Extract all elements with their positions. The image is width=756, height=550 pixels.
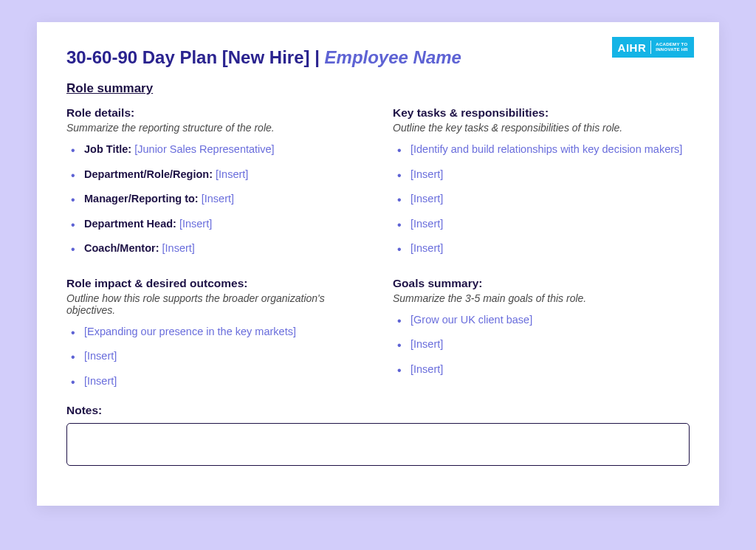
list-item: Job Title: [Junior Sales Representative] bbox=[84, 142, 363, 157]
item-label: Manager/Reporting to: bbox=[84, 193, 202, 204]
list-item: [Insert] bbox=[410, 241, 690, 256]
col-key-tasks: Key tasks & responsibilities: Outline th… bbox=[393, 106, 690, 267]
list-item: [Insert] bbox=[84, 349, 363, 364]
title-employee-name: Employee Name bbox=[325, 47, 461, 67]
logo-subtext: ACADEMY TO INNOVATE HR bbox=[656, 42, 688, 52]
list-item: [Insert] bbox=[410, 337, 690, 352]
role-impact-heading: Role impact & desired outcomes: bbox=[66, 277, 363, 290]
item-value: [Insert] bbox=[202, 193, 234, 204]
page-title: 30-60-90 Day Plan [New Hire] | Employee … bbox=[66, 47, 690, 68]
role-impact-desc: Outline how this role supports the broad… bbox=[66, 292, 363, 316]
key-tasks-heading: Key tasks & responsibilities: bbox=[393, 106, 690, 120]
list-item: [Insert] bbox=[410, 217, 690, 232]
list-item: [Insert] bbox=[410, 362, 690, 377]
list-item: [Insert] bbox=[410, 168, 690, 182]
col-goals: Goals summary: Summarize the 3-5 main go… bbox=[393, 277, 690, 399]
list-item: [Expanding our presence in the key marke… bbox=[84, 325, 363, 340]
list-item: Manager/Reporting to: [Insert] bbox=[84, 192, 363, 207]
goals-list: [Grow our UK client base] [Insert] [Inse… bbox=[393, 313, 690, 377]
brand-logo: AIHR ACADEMY TO INNOVATE HR bbox=[612, 37, 694, 58]
notes-heading: Notes: bbox=[66, 404, 690, 417]
role-details-desc: Summarize the reporting structure of the… bbox=[66, 122, 363, 134]
item-label: Coach/Mentor: bbox=[84, 242, 162, 254]
list-item: Department Head: [Insert] bbox=[84, 217, 363, 232]
col-role-impact: Role impact & desired outcomes: Outline … bbox=[66, 277, 363, 399]
document-page: AIHR ACADEMY TO INNOVATE HR 30-60-90 Day… bbox=[37, 22, 719, 506]
list-item: [Insert] bbox=[84, 374, 363, 389]
section-role-summary: Role summary bbox=[66, 81, 690, 96]
goals-heading: Goals summary: bbox=[393, 277, 690, 290]
col-role-details: Role details: Summarize the reporting st… bbox=[66, 106, 363, 267]
item-value: [Insert] bbox=[216, 168, 248, 180]
goals-desc: Summarize the 3-5 main goals of this rol… bbox=[393, 292, 690, 304]
list-item: [Grow our UK client base] bbox=[410, 313, 690, 328]
list-item: [Insert] bbox=[410, 192, 690, 207]
item-label: Department/Role/Region: bbox=[84, 168, 216, 180]
list-item: Coach/Mentor: [Insert] bbox=[84, 241, 363, 256]
columns-bottom: Role impact & desired outcomes: Outline … bbox=[66, 277, 690, 399]
logo-text: AIHR bbox=[618, 41, 647, 54]
key-tasks-list: [Identify and build relationships with k… bbox=[393, 142, 690, 256]
item-label: Department Head: bbox=[84, 218, 179, 230]
columns-top: Role details: Summarize the reporting st… bbox=[66, 106, 690, 267]
item-value: [Insert] bbox=[162, 242, 195, 254]
role-details-list: Job Title: [Junior Sales Representative]… bbox=[66, 142, 363, 256]
notes-input[interactable] bbox=[66, 423, 690, 466]
item-value: [Junior Sales Representative] bbox=[134, 143, 274, 155]
role-impact-list: [Expanding our presence in the key marke… bbox=[66, 325, 363, 389]
logo-divider bbox=[650, 41, 651, 54]
list-item: [Identify and build relationships with k… bbox=[410, 142, 690, 157]
item-label: Job Title: bbox=[84, 143, 134, 155]
key-tasks-desc: Outline the key tasks & responsibilities… bbox=[393, 122, 690, 134]
title-plan: 30-60-90 Day Plan [New Hire] | bbox=[66, 47, 325, 67]
role-details-heading: Role details: bbox=[66, 106, 363, 120]
item-value: [Insert] bbox=[179, 218, 212, 230]
list-item: Department/Role/Region: [Insert] bbox=[84, 168, 363, 182]
